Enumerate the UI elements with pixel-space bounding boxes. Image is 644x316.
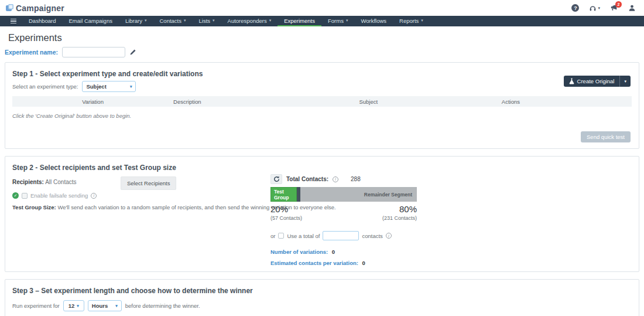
announcements-megaphone-icon[interactable]: 2	[610, 4, 618, 12]
info-icon[interactable]: i	[91, 193, 97, 199]
account-icon[interactable]	[628, 4, 636, 12]
contacts-count-row: (57 Contacts) (231 Contacts)	[270, 215, 417, 221]
duration-value: 12	[68, 303, 75, 309]
chevron-down-icon: ▾	[598, 6, 600, 11]
flask-icon	[569, 78, 574, 84]
topbar: Campaigner ? ▾ 2	[0, 0, 644, 16]
use-total-checkbox[interactable]	[278, 233, 284, 239]
step3-title: Step 3 – Set experiment length and choos…	[12, 287, 632, 295]
variations-table-header: Variation Description Subject Actions	[12, 96, 632, 107]
brand[interactable]: Campaigner	[6, 4, 64, 13]
support-headset-icon[interactable]: ▾	[589, 5, 600, 12]
nav-experiments[interactable]: Experiments	[278, 16, 321, 26]
duration-unit-value: Hours	[92, 303, 108, 309]
experiment-name-row: Experiment name:	[2, 47, 639, 57]
recipients-label: Recipients:	[12, 179, 44, 185]
experiment-name-label: Experiment name:	[5, 49, 58, 56]
chevron-down-icon[interactable]: ▾	[620, 79, 631, 84]
percent-row: 20% 80%	[270, 204, 417, 214]
chevron-down-icon: ▾	[130, 84, 132, 89]
use-total-input[interactable]	[323, 231, 359, 240]
page-content: Experiments Experiment name: Step 1 - Se…	[0, 32, 644, 316]
test-group-size-label: Test Group Size:	[12, 204, 56, 210]
experiment-length-row: Run experiment for 12 ▾ Hours ▾ before d…	[12, 300, 632, 311]
variations-count-label: Number of variations:	[270, 249, 328, 255]
remainder-segment: Remainder Segment	[300, 187, 417, 202]
nav-workflows[interactable]: Workflows	[354, 16, 393, 26]
nav-autoresponders[interactable]: Autoresponders▾	[221, 16, 278, 26]
menu-icon[interactable]	[5, 16, 22, 26]
chevron-down-icon: ▾	[77, 304, 79, 308]
step3-card: Step 3 – Set experiment length and choos…	[5, 279, 639, 316]
chevron-down-icon: ▾	[421, 18, 423, 23]
failsafe-checkbox[interactable]	[22, 193, 28, 199]
page-title: Experiments	[8, 32, 639, 43]
run-experiment-suffix: before determining the winner.	[125, 303, 200, 309]
estimated-contacts-value: 0	[362, 260, 365, 266]
test-group-panel: Total Contacts: i 288 Test Group Remaind…	[270, 174, 417, 266]
experiment-type-select[interactable]: Subject ▾	[82, 81, 136, 92]
notification-badge: 2	[615, 1, 622, 8]
use-total-row: or Use a total of contacts i	[270, 231, 417, 240]
step1-title: Step 1 - Select experiment type and crea…	[12, 70, 632, 78]
brand-name: Campaigner	[16, 4, 64, 13]
refresh-button[interactable]	[270, 174, 282, 184]
help-icon[interactable]: ?	[571, 4, 579, 12]
use-total-suffix: contacts	[362, 233, 382, 239]
campaigner-logo-icon	[6, 4, 13, 12]
remainder-percent: 80%	[399, 204, 417, 214]
duration-select[interactable]: 12 ▾	[63, 300, 84, 311]
chevron-down-icon: ▾	[145, 18, 147, 23]
chevron-down-icon: ▾	[184, 18, 186, 23]
use-total-prefix: or	[270, 233, 275, 239]
total-contacts-label: Total Contacts:	[286, 176, 328, 182]
chevron-down-icon: ▾	[115, 304, 118, 308]
total-contacts-row: Total Contacts: i 288	[270, 174, 417, 184]
refresh-icon	[273, 176, 280, 182]
step2-title: Step 2 - Select recipients and set Test …	[12, 164, 632, 172]
column-variation: Variation	[12, 98, 173, 105]
total-contacts-value: 288	[351, 176, 361, 182]
chevron-down-icon: ▾	[213, 18, 215, 23]
select-recipients-button[interactable]: Select Recipients	[121, 176, 176, 190]
empty-table-message: Click the 'Create Original' button above…	[12, 113, 632, 119]
info-icon[interactable]: i	[386, 233, 392, 239]
nav-contacts[interactable]: Contacts▾	[153, 16, 193, 26]
nav-dashboard[interactable]: Dashboard	[22, 16, 62, 26]
experiment-name-input[interactable]	[62, 47, 125, 57]
variations-count-row: Number of variations: 0	[270, 249, 417, 255]
estimated-contacts-row: Estimated contacts per variation: 0	[270, 260, 417, 266]
chevron-down-icon: ▾	[269, 18, 272, 23]
test-group-contacts: (57 Contacts)	[270, 215, 302, 221]
experiment-type-label: Select an experiment type:	[12, 83, 78, 90]
nav-reports[interactable]: Reports▾	[393, 16, 430, 26]
nav-lists[interactable]: Lists▾	[193, 16, 221, 26]
remainder-contacts: (231 Contacts)	[382, 215, 417, 221]
nav-library[interactable]: Library▾	[119, 16, 153, 26]
column-actions: Actions	[502, 98, 632, 105]
create-original-button[interactable]: Create Original ▾	[564, 76, 631, 87]
step1-card: Step 1 - Select experiment type and crea…	[5, 62, 639, 149]
test-group-slider[interactable]: Test Group Remainder Segment	[270, 187, 417, 202]
step2-card: Step 2 - Select recipients and set Test …	[5, 156, 639, 272]
nav-email-campaigns[interactable]: Email Campaigns	[62, 16, 118, 26]
column-subject: Subject	[359, 98, 501, 105]
experiment-type-row: Select an experiment type: Subject ▾	[12, 81, 632, 92]
edit-pencil-icon[interactable]	[129, 49, 136, 56]
use-total-label: Use a total of	[287, 233, 320, 239]
experiment-type-value: Subject	[86, 83, 106, 90]
recipients-value: All Contacts	[45, 179, 76, 185]
failsafe-label: Enable failsafe sending	[30, 192, 88, 199]
chevron-down-icon: ▾	[346, 18, 348, 23]
send-quick-test-button[interactable]: Send quick test	[581, 131, 631, 142]
test-group-segment: Test Group	[270, 187, 297, 202]
duration-unit-select[interactable]: Hours ▾	[88, 300, 122, 311]
main-nav: Dashboard Email Campaigns Library▾ Conta…	[0, 16, 644, 26]
nav-forms[interactable]: Forms▾	[321, 16, 354, 26]
run-experiment-label: Run experiment for	[12, 303, 60, 309]
estimated-contacts-label: Estimated contacts per variation:	[270, 260, 358, 266]
variations-count-value: 0	[332, 249, 335, 255]
column-description: Description	[173, 98, 359, 105]
topbar-icons: ? ▾ 2	[571, 4, 636, 12]
info-icon[interactable]: i	[333, 176, 338, 182]
